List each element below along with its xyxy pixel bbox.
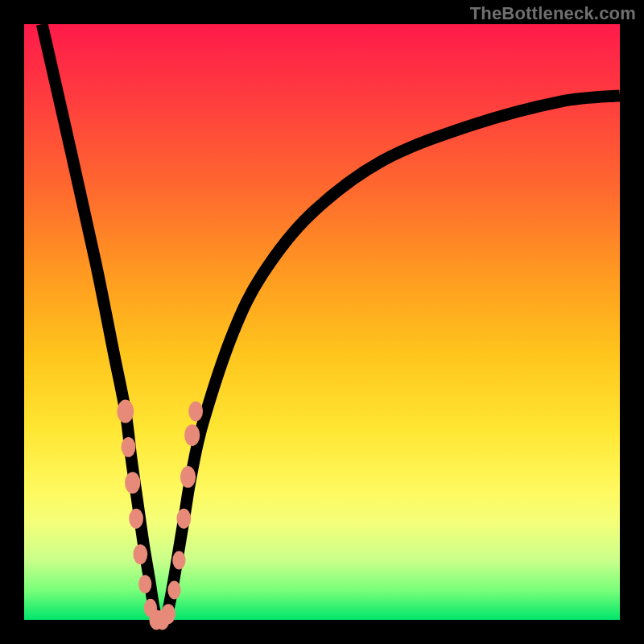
watermark-text: TheBottleneck.com [470, 3, 636, 24]
valley-marker [188, 402, 203, 422]
valley-marker [125, 472, 140, 493]
valley-marker [180, 466, 196, 488]
valley-marker [172, 551, 185, 570]
valley-marker [161, 604, 175, 624]
valley-marker [133, 544, 147, 564]
bottleneck-curve [42, 24, 620, 620]
valley-marker [129, 509, 143, 529]
valley-marker [167, 581, 180, 600]
valley-marker [184, 424, 200, 446]
valley-marker [138, 575, 151, 593]
valley-marker [122, 437, 136, 457]
valley-marker [176, 509, 191, 529]
chart-svg [24, 24, 620, 620]
valley-marker [117, 399, 134, 423]
